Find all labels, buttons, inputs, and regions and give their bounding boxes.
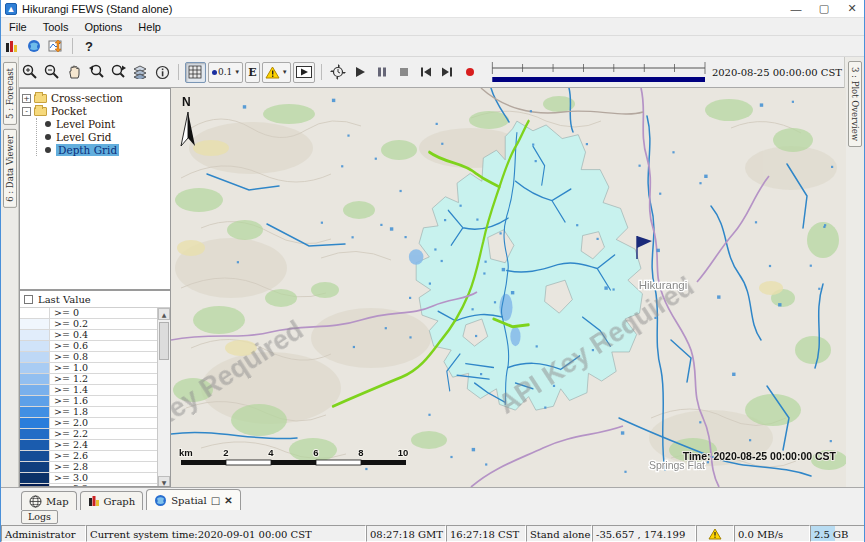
movie-player-button[interactable] (293, 62, 315, 83)
map-canvas[interactable]: API Key Required API Key Required Hikura… (171, 88, 846, 487)
scroll-down-icon[interactable]: ▼ (158, 476, 170, 487)
legend-color-swatch (20, 396, 50, 406)
status-bar: Administrator Current system time:2020-0… (1, 525, 865, 542)
legend-row[interactable]: >= 0.4 (20, 330, 157, 341)
map-viewport[interactable]: API Key Required API Key Required Hikura… (171, 88, 846, 487)
last-value-checkbox[interactable] (24, 295, 33, 304)
zoom-previous-icon[interactable] (85, 62, 107, 82)
close-tab-icon[interactable]: ✕ (224, 495, 232, 506)
menu-file[interactable]: File (1, 21, 35, 33)
stop-icon[interactable] (393, 62, 415, 82)
layers-tree-panel: + Cross-section - Pocket Level Point Lev… (19, 88, 171, 290)
legend-row[interactable]: >= 1.4 (20, 385, 157, 396)
legend-row[interactable]: >= 0 (20, 308, 157, 319)
tab-data-viewer[interactable]: 6 : Data Viewer (3, 129, 17, 208)
threshold-dropdown[interactable]: 0.1 ▼ (208, 62, 243, 83)
map-display-icon[interactable] (23, 36, 45, 56)
legend-row-label: >= 1.8 (50, 407, 88, 417)
legend-row[interactable]: >= 1.2 (20, 374, 157, 385)
legend-color-swatch (20, 363, 50, 373)
legend-row[interactable]: >= 0.6 (20, 341, 157, 352)
legend-row-label: >= 3.0 (50, 473, 88, 483)
collapse-icon[interactable]: - (22, 107, 31, 116)
zoom-out-icon[interactable] (41, 62, 63, 82)
legend-row[interactable]: >= 2.8 (20, 462, 157, 473)
status-mode: Stand alone (526, 525, 592, 542)
labels-toggle-button[interactable]: E (245, 62, 259, 83)
help-icon[interactable]: ? (78, 36, 100, 56)
tree-item-label[interactable]: Level Grid (56, 131, 112, 143)
tree-item-level-point[interactable]: Level Point (43, 118, 168, 130)
legend-scrollbar[interactable]: ▲ ▼ (157, 308, 170, 487)
tree-item-level-grid[interactable]: Level Grid (43, 131, 168, 143)
close-button[interactable]: ✕ (838, 0, 865, 17)
tree-item-depth-grid[interactable]: Depth Grid (43, 144, 168, 156)
legend-color-swatch (20, 418, 50, 428)
map-time-overlay: Time: 2020-08-25 00:00:00 CST (683, 450, 837, 462)
tab-plot-overview[interactable]: 3 : Plot Overview (848, 61, 862, 147)
legend-row[interactable]: >= 2.4 (20, 440, 157, 451)
legend-row[interactable]: >= 2.0 (20, 418, 157, 429)
zoom-next-icon[interactable] (107, 62, 129, 82)
maximize-button[interactable]: ▢ (810, 0, 838, 17)
tab-forecast[interactable]: 5 : Forecast (3, 62, 17, 125)
scroll-up-icon[interactable]: ▲ (158, 308, 170, 320)
pause-icon[interactable] (371, 62, 393, 82)
legend-color-swatch (20, 319, 50, 329)
tree-item-label[interactable]: Cross-section (51, 92, 123, 104)
zoom-in-icon[interactable] (19, 62, 41, 82)
layers-icon[interactable] (129, 62, 151, 82)
spatial-display-icon[interactable] (45, 36, 67, 56)
chevron-down-icon: ▼ (234, 69, 240, 75)
animation-settings-icon[interactable] (327, 62, 349, 82)
scrollbar-thumb[interactable] (159, 322, 169, 360)
status-system-time: Current system time:2020-09-01 00:00 CST (86, 525, 366, 542)
data-display-icon[interactable] (1, 36, 23, 56)
legend-color-swatch (20, 385, 50, 395)
expand-icon[interactable]: + (22, 94, 31, 103)
step-forward-icon[interactable] (437, 62, 459, 82)
record-icon[interactable] (459, 62, 481, 82)
app-window: ▲ Hikurangi FEWS (Stand alone) — ▢ ✕ Fil… (0, 0, 865, 542)
legend-color-swatch (20, 407, 50, 417)
legend-row[interactable]: >= 1.6 (20, 396, 157, 407)
thresholds-warning-dropdown[interactable]: ▼ (262, 62, 291, 83)
tree-item-pocket[interactable]: - Pocket (22, 105, 168, 117)
status-warning-cell[interactable] (696, 525, 734, 542)
legend-row[interactable]: >= 1.8 (20, 407, 157, 418)
restore-pane-icon[interactable]: □ (211, 495, 220, 506)
legend-row[interactable]: >= 1.0 (20, 363, 157, 374)
menu-help[interactable]: Help (130, 21, 169, 33)
legend-row-label: >= 2.2 (50, 429, 88, 439)
status-memory[interactable]: 2.5 GB (810, 525, 865, 542)
tree-item-label[interactable]: Level Point (56, 118, 115, 130)
menu-options[interactable]: Options (76, 21, 130, 33)
tree-item-cross-section[interactable]: + Cross-section (22, 92, 168, 104)
legend-color-swatch (20, 341, 50, 351)
tab-map[interactable]: Map (21, 491, 77, 510)
tab-graph[interactable]: Graph (80, 491, 144, 510)
grid-display-button[interactable] (185, 62, 206, 83)
title-bar: ▲ Hikurangi FEWS (Stand alone) — ▢ ✕ (1, 0, 865, 18)
legend-color-swatch (20, 473, 50, 483)
logs-button[interactable]: Logs (21, 510, 58, 524)
step-backward-icon[interactable] (415, 62, 437, 82)
minimize-button[interactable]: — (782, 0, 810, 17)
legend-row[interactable]: >= 2.2 (20, 429, 157, 440)
legend-row[interactable]: >= 0.8 (20, 352, 157, 363)
bar-chart-icon (88, 495, 100, 507)
legend-color-swatch (20, 352, 50, 362)
legend-row[interactable]: >= 2.6 (20, 451, 157, 462)
tree-item-label-selected[interactable]: Depth Grid (56, 144, 119, 156)
legend-panel: Last Value >= 0 >= 0.2 >= 0.4 >= 0.6 >= … (19, 290, 171, 487)
time-slider[interactable] (491, 59, 706, 85)
play-icon[interactable] (349, 62, 371, 82)
threshold-dot-icon (211, 69, 218, 76)
tree-item-label[interactable]: Pocket (51, 105, 87, 117)
legend-row[interactable]: >= 3.0 (20, 473, 157, 484)
info-icon[interactable] (151, 62, 173, 82)
menu-tools[interactable]: Tools (35, 21, 77, 33)
tab-spatial[interactable]: Spatial □ ✕ (146, 489, 240, 510)
pan-hand-icon[interactable] (63, 62, 85, 82)
legend-row[interactable]: >= 0.2 (20, 319, 157, 330)
